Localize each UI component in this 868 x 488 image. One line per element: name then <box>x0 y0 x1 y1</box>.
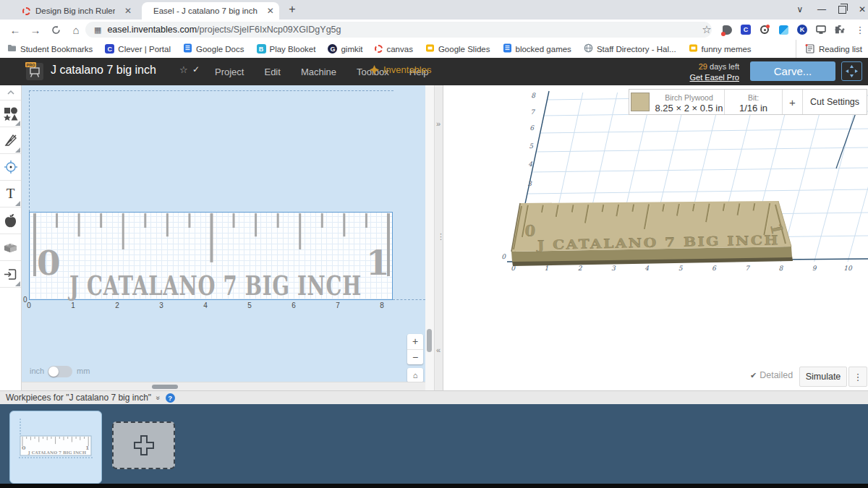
tool-pen[interactable] <box>0 127 21 154</box>
new-tab-button[interactable]: + <box>282 0 302 19</box>
tool-3d-shapes[interactable] <box>0 234 21 261</box>
x-axis-label: 8 <box>380 301 384 309</box>
simulate-button[interactable]: Simulate <box>799 367 847 387</box>
get-easel-pro-link[interactable]: Get Easel Pro <box>690 73 739 82</box>
favorite-star-icon[interactable]: ☆ <box>179 64 188 75</box>
rail-collapse-button[interactable] <box>0 85 21 100</box>
material-block-3d[interactable]: 01J CATALANO 7 BIG INCH <box>511 201 793 266</box>
bookmark-item[interactable]: canvas <box>375 45 412 53</box>
reading-list-label: Reading list <box>819 45 862 53</box>
zoom-home-button[interactable]: ⌂ <box>407 368 423 382</box>
letter-icon: G <box>328 44 337 53</box>
bookmark-item[interactable]: BPlay Blooket <box>257 44 316 53</box>
carve-button[interactable]: Carve... <box>750 61 835 81</box>
bookmark-label: Student Bookmarks <box>20 45 93 53</box>
workpiece-tray: 01J CATALANO 7 BIG INCH <box>0 404 868 484</box>
tool-design-library[interactable] <box>0 207 21 234</box>
inventables-link[interactable]: Inventables <box>369 64 432 75</box>
tab-close-icon[interactable]: ✕ <box>267 6 274 16</box>
tab-close-icon[interactable]: ✕ <box>124 6 132 16</box>
extensions-puzzle-icon[interactable] <box>832 22 848 38</box>
url-bar[interactable]: ▦ easel.inventables.com/projects/SjeIF6I… <box>85 22 712 38</box>
add-workpiece-button[interactable] <box>112 421 175 469</box>
tool-import[interactable] <box>0 261 21 288</box>
material-button[interactable]: Birch Plywood 8.25 × 2 × 0.5 in <box>629 90 725 114</box>
expand-right-icon[interactable]: » <box>436 119 441 128</box>
back-icon[interactable]: ← <box>7 22 23 38</box>
reading-list-button[interactable]: Reading list <box>796 40 862 58</box>
extension-screencast-icon[interactable] <box>719 22 735 38</box>
close-window-button[interactable]: ✕ <box>852 0 868 19</box>
h-scroll-track[interactable] <box>22 382 425 390</box>
workpieces-title: Workpieces for "J catalano 7 big inch" <box>6 393 151 403</box>
preview-y-label: 3 <box>527 180 532 187</box>
preview-x-label: 3 <box>611 265 616 272</box>
extension-target-icon[interactable] <box>757 22 773 38</box>
bookmark-item[interactable]: Google Slides <box>425 43 490 54</box>
bookmark-item[interactable]: CClever | Portal <box>105 44 171 53</box>
bookmark-item[interactable]: funny memes - Goo... <box>689 43 752 54</box>
extension-kami-icon[interactable]: K <box>794 22 810 38</box>
preview-x-label: 7 <box>745 265 750 272</box>
bookmark-label: Staff Directory - Hal... <box>597 45 676 53</box>
bookmark-label: Google Docs <box>196 45 244 53</box>
reload-icon[interactable] <box>48 22 64 38</box>
tool-drill-origin[interactable] <box>0 154 21 181</box>
reading-list-icon <box>805 44 814 53</box>
jog-machine-button[interactable] <box>841 61 862 81</box>
cut-settings-button[interactable]: Cut Settings <box>803 90 867 114</box>
bookmark-item[interactable]: blocked games <box>503 43 571 54</box>
v-scroll-thumb[interactable] <box>427 329 432 352</box>
folder-icon <box>7 43 17 54</box>
simulate-menu-kebab-icon[interactable]: ⋮ <box>848 367 867 387</box>
bookmark-item[interactable]: Staff Directory - Hal... <box>584 43 676 54</box>
material-name: Birch Plywood <box>665 93 713 102</box>
minimize-button[interactable]: — <box>812 0 832 19</box>
bookmark-star-icon[interactable]: ☆ <box>699 22 715 38</box>
preview-y-label: 6 <box>529 124 535 132</box>
menu-machine[interactable]: Machine <box>301 67 336 77</box>
tool-shapes[interactable] <box>0 100 21 127</box>
tab-search-icon[interactable]: ∨ <box>790 0 810 19</box>
menu-project[interactable]: Project <box>215 67 244 77</box>
saved-check-icon: ✓ <box>192 64 200 74</box>
design-canvas-2d[interactable]: 01J CATALANO 7 BIG INCH0123456780 inch m… <box>22 85 425 390</box>
tab-design-ruler[interactable]: Design Big inch Ruler on Easel - ✕ <box>16 2 141 20</box>
divider-strip[interactable]: » ⋮ « <box>434 85 443 390</box>
extension-clever-icon[interactable]: C <box>738 22 754 38</box>
bookmark-item[interactable]: Student Bookmarks <box>7 43 93 54</box>
bookmark-label: Clever | Portal <box>118 45 171 53</box>
bookmark-item[interactable]: Ggimkit <box>328 44 362 53</box>
site-info-icon[interactable]: ▦ <box>94 25 101 35</box>
bit-button[interactable]: Bit: 1/16 in <box>725 90 783 114</box>
collapse-left-icon[interactable]: « <box>436 346 441 354</box>
forward-icon[interactable]: → <box>27 22 43 38</box>
restore-button[interactable] <box>832 0 852 19</box>
detailed-toggle[interactable]: ✔ Detailed <box>750 370 793 380</box>
x-axis-label: 7 <box>336 301 340 309</box>
help-icon[interactable]: ? <box>166 393 175 403</box>
add-bit-button[interactable]: + <box>783 90 803 114</box>
tool-text[interactable]: T <box>0 181 21 207</box>
browser-url-row: ← → ⌂ ▦ easel.inventables.com/projects/S… <box>0 20 868 40</box>
h-scroll-thumb[interactable] <box>152 385 178 389</box>
apple-icon <box>4 213 17 228</box>
bookmark-item[interactable]: Google Docs <box>183 43 244 54</box>
days-left-text: days left <box>707 62 739 71</box>
slide-icon <box>425 43 435 54</box>
browser-menu-kebab-icon[interactable]: ⋮ <box>852 22 868 38</box>
unit-toggle[interactable] <box>48 366 72 377</box>
detailed-label: Detailed <box>760 370 793 380</box>
url-domain: easel.inventables.com <box>107 25 197 35</box>
home-icon[interactable]: ⌂ <box>68 22 84 38</box>
workpiece-thumbnail-active[interactable]: 01J CATALANO 7 BIG INCH <box>9 411 102 484</box>
menu-edit[interactable]: Edit <box>264 67 280 77</box>
extension-photos-icon[interactable] <box>775 22 791 38</box>
extension-cast-icon[interactable] <box>813 22 829 38</box>
zoom-in-button[interactable]: + <box>407 334 423 350</box>
zoom-out-button[interactable]: − <box>407 350 423 365</box>
tab-easel-active[interactable]: Easel - J catalano 7 big inch ✕ <box>142 2 279 20</box>
preview-panel-3d[interactable]: 012345678910345678001J CATALANO 7 BIG IN… <box>443 85 868 390</box>
collapse-tray-icon[interactable]: » <box>154 395 162 400</box>
project-title[interactable]: J catalano 7 big inch <box>51 64 156 77</box>
